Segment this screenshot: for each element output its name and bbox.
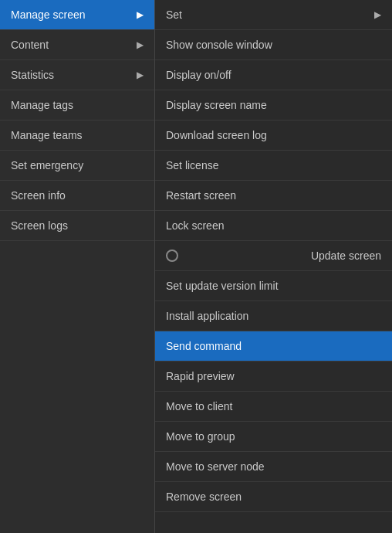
menu-item-remove-screen[interactable]: Remove screen — [155, 482, 392, 512]
sidebar-item-label: Content — [11, 39, 49, 51]
sidebar-item-screen-logs[interactable]: Screen logs — [0, 211, 154, 241]
menu-item-label: Send command — [166, 340, 242, 352]
sidebar-item-label: Manage tags — [11, 99, 73, 111]
menu-item-restart-screen[interactable]: Restart screen — [155, 181, 392, 211]
menu-item-set-license[interactable]: Set license — [155, 151, 392, 181]
chevron-right-icon: ▶ — [137, 70, 144, 80]
menu-item-label: Display on/off — [166, 69, 231, 81]
menu-item-label: Show console window — [166, 39, 272, 51]
sidebar-item-screen-info[interactable]: Screen info — [0, 181, 154, 211]
sidebar-item-label: Set emergency — [11, 159, 83, 171]
radio-icon — [166, 250, 178, 262]
sidebar-item-manage-tags[interactable]: Manage tags — [0, 90, 154, 121]
menu-item-install-application[interactable]: Install application — [155, 301, 392, 331]
chevron-right-icon: ▶ — [137, 39, 144, 50]
menu-item-show-console-window[interactable]: Show console window — [155, 30, 392, 60]
sidebar-item-manage-teams[interactable]: Manage teams — [0, 121, 154, 151]
sidebar-item-label: Screen info — [11, 189, 66, 202]
menu-item-lock-screen[interactable]: Lock screen — [155, 211, 392, 241]
menu-item-label: Download screen log — [166, 129, 267, 141]
menu-item-label: Set update version limit — [166, 280, 279, 292]
menu-item-move-to-server-node[interactable]: Move to server node — [155, 452, 392, 482]
menu-item-label: Restart screen — [166, 189, 236, 202]
menu-item-rapid-preview[interactable]: Rapid preview — [155, 362, 392, 392]
menu-item-label: Rapid preview — [166, 370, 235, 382]
sidebar-item-label: Manage screen — [11, 8, 86, 21]
menu-item-display-screen-name[interactable]: Display screen name — [155, 90, 392, 121]
menu-item-download-screen-log[interactable]: Download screen log — [155, 121, 392, 151]
chevron-right-icon: ▶ — [374, 9, 381, 20]
sidebar-item-label: Screen logs — [11, 219, 68, 232]
menu-item-display-on-off[interactable]: Display on/off — [155, 60, 392, 90]
menu-item-label: Lock screen — [166, 219, 224, 232]
menu-item-label: Move to client — [166, 400, 232, 412]
menu-item-label: Move to group — [166, 430, 235, 443]
chevron-right-icon: ▶ — [137, 9, 144, 20]
menu-item-set-update-version-limit[interactable]: Set update version limit — [155, 271, 392, 301]
menu-item-move-to-group[interactable]: Move to group — [155, 422, 392, 452]
sidebar-item-set-emergency[interactable]: Set emergency — [0, 151, 154, 181]
menu-item-send-command[interactable]: Send command — [155, 331, 392, 362]
sidebar-item-manage-screen[interactable]: Manage screen ▶ — [0, 0, 154, 30]
menu-item-set[interactable]: Set ▶ — [155, 0, 392, 30]
menu-item-label: Update screen — [311, 250, 381, 262]
menu-item-label: Display screen name — [166, 99, 267, 111]
menu-item-move-to-client[interactable]: Move to client — [155, 392, 392, 422]
right-submenu: Set ▶ Show console window Display on/off… — [154, 0, 392, 533]
menu-item-label: Set license — [166, 159, 218, 171]
left-menu: Manage screen ▶ Content ▶ Statistics ▶ M… — [0, 0, 154, 533]
menu-item-update-screen[interactable]: Update screen — [155, 241, 392, 271]
sidebar-item-statistics[interactable]: Statistics ▶ — [0, 60, 154, 90]
sidebar-item-label: Manage teams — [11, 129, 83, 141]
menu-item-label: Set — [166, 8, 182, 21]
menu-item-label: Install application — [166, 310, 248, 322]
menu-item-label: Move to server node — [166, 460, 265, 473]
sidebar-item-label: Statistics — [11, 69, 54, 81]
sidebar-item-content[interactable]: Content ▶ — [0, 30, 154, 60]
menu-item-label: Remove screen — [166, 491, 242, 503]
